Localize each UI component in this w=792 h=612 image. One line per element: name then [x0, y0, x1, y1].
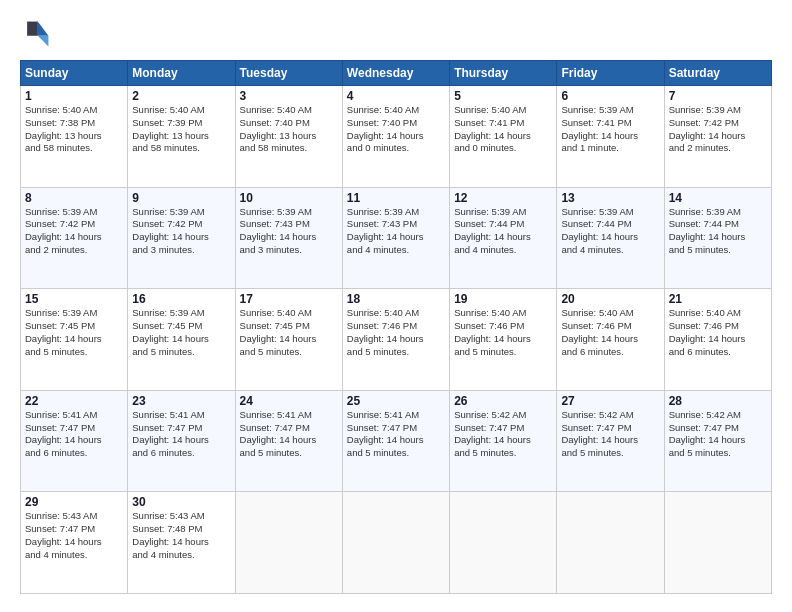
day-info: Sunrise: 5:40 AM Sunset: 7:40 PM Dayligh…	[347, 104, 445, 155]
calendar-cell	[342, 492, 449, 594]
day-info: Sunrise: 5:39 AM Sunset: 7:41 PM Dayligh…	[561, 104, 659, 155]
calendar-cell: 24Sunrise: 5:41 AM Sunset: 7:47 PM Dayli…	[235, 390, 342, 492]
calendar-cell: 2Sunrise: 5:40 AM Sunset: 7:39 PM Daylig…	[128, 86, 235, 188]
week-row: 8Sunrise: 5:39 AM Sunset: 7:42 PM Daylig…	[21, 187, 772, 289]
col-header-saturday: Saturday	[664, 61, 771, 86]
day-number: 20	[561, 292, 659, 306]
calendar-cell: 9Sunrise: 5:39 AM Sunset: 7:42 PM Daylig…	[128, 187, 235, 289]
day-info: Sunrise: 5:39 AM Sunset: 7:45 PM Dayligh…	[132, 307, 230, 358]
day-number: 21	[669, 292, 767, 306]
day-number: 7	[669, 89, 767, 103]
day-info: Sunrise: 5:40 AM Sunset: 7:39 PM Dayligh…	[132, 104, 230, 155]
calendar-cell: 12Sunrise: 5:39 AM Sunset: 7:44 PM Dayli…	[450, 187, 557, 289]
col-header-wednesday: Wednesday	[342, 61, 449, 86]
svg-marker-0	[38, 22, 49, 36]
day-info: Sunrise: 5:40 AM Sunset: 7:46 PM Dayligh…	[454, 307, 552, 358]
calendar-cell: 21Sunrise: 5:40 AM Sunset: 7:46 PM Dayli…	[664, 289, 771, 391]
day-number: 15	[25, 292, 123, 306]
day-info: Sunrise: 5:40 AM Sunset: 7:41 PM Dayligh…	[454, 104, 552, 155]
day-info: Sunrise: 5:43 AM Sunset: 7:47 PM Dayligh…	[25, 510, 123, 561]
day-number: 9	[132, 191, 230, 205]
logo-icon	[20, 18, 52, 50]
day-info: Sunrise: 5:39 AM Sunset: 7:42 PM Dayligh…	[25, 206, 123, 257]
day-info: Sunrise: 5:42 AM Sunset: 7:47 PM Dayligh…	[561, 409, 659, 460]
day-info: Sunrise: 5:39 AM Sunset: 7:44 PM Dayligh…	[454, 206, 552, 257]
day-info: Sunrise: 5:42 AM Sunset: 7:47 PM Dayligh…	[669, 409, 767, 460]
day-info: Sunrise: 5:43 AM Sunset: 7:48 PM Dayligh…	[132, 510, 230, 561]
calendar-cell: 3Sunrise: 5:40 AM Sunset: 7:40 PM Daylig…	[235, 86, 342, 188]
week-row: 29Sunrise: 5:43 AM Sunset: 7:47 PM Dayli…	[21, 492, 772, 594]
col-header-thursday: Thursday	[450, 61, 557, 86]
col-header-friday: Friday	[557, 61, 664, 86]
calendar-cell: 17Sunrise: 5:40 AM Sunset: 7:45 PM Dayli…	[235, 289, 342, 391]
day-info: Sunrise: 5:40 AM Sunset: 7:40 PM Dayligh…	[240, 104, 338, 155]
day-number: 14	[669, 191, 767, 205]
day-number: 22	[25, 394, 123, 408]
calendar-cell: 19Sunrise: 5:40 AM Sunset: 7:46 PM Dayli…	[450, 289, 557, 391]
day-number: 18	[347, 292, 445, 306]
day-number: 24	[240, 394, 338, 408]
day-info: Sunrise: 5:40 AM Sunset: 7:46 PM Dayligh…	[347, 307, 445, 358]
day-info: Sunrise: 5:41 AM Sunset: 7:47 PM Dayligh…	[347, 409, 445, 460]
header-row: SundayMondayTuesdayWednesdayThursdayFrid…	[21, 61, 772, 86]
calendar: SundayMondayTuesdayWednesdayThursdayFrid…	[20, 60, 772, 594]
day-number: 26	[454, 394, 552, 408]
calendar-cell: 7Sunrise: 5:39 AM Sunset: 7:42 PM Daylig…	[664, 86, 771, 188]
calendar-cell: 15Sunrise: 5:39 AM Sunset: 7:45 PM Dayli…	[21, 289, 128, 391]
day-info: Sunrise: 5:42 AM Sunset: 7:47 PM Dayligh…	[454, 409, 552, 460]
calendar-cell: 13Sunrise: 5:39 AM Sunset: 7:44 PM Dayli…	[557, 187, 664, 289]
calendar-cell: 10Sunrise: 5:39 AM Sunset: 7:43 PM Dayli…	[235, 187, 342, 289]
day-info: Sunrise: 5:40 AM Sunset: 7:45 PM Dayligh…	[240, 307, 338, 358]
calendar-cell: 14Sunrise: 5:39 AM Sunset: 7:44 PM Dayli…	[664, 187, 771, 289]
day-number: 10	[240, 191, 338, 205]
day-number: 17	[240, 292, 338, 306]
col-header-tuesday: Tuesday	[235, 61, 342, 86]
day-number: 5	[454, 89, 552, 103]
day-info: Sunrise: 5:41 AM Sunset: 7:47 PM Dayligh…	[240, 409, 338, 460]
calendar-cell: 20Sunrise: 5:40 AM Sunset: 7:46 PM Dayli…	[557, 289, 664, 391]
svg-marker-1	[38, 36, 49, 47]
calendar-cell: 29Sunrise: 5:43 AM Sunset: 7:47 PM Dayli…	[21, 492, 128, 594]
calendar-cell: 22Sunrise: 5:41 AM Sunset: 7:47 PM Dayli…	[21, 390, 128, 492]
day-number: 23	[132, 394, 230, 408]
calendar-cell: 1Sunrise: 5:40 AM Sunset: 7:38 PM Daylig…	[21, 86, 128, 188]
calendar-cell: 8Sunrise: 5:39 AM Sunset: 7:42 PM Daylig…	[21, 187, 128, 289]
calendar-cell	[450, 492, 557, 594]
day-number: 2	[132, 89, 230, 103]
day-number: 19	[454, 292, 552, 306]
calendar-cell: 6Sunrise: 5:39 AM Sunset: 7:41 PM Daylig…	[557, 86, 664, 188]
week-row: 1Sunrise: 5:40 AM Sunset: 7:38 PM Daylig…	[21, 86, 772, 188]
day-number: 30	[132, 495, 230, 509]
calendar-cell: 11Sunrise: 5:39 AM Sunset: 7:43 PM Dayli…	[342, 187, 449, 289]
calendar-cell: 5Sunrise: 5:40 AM Sunset: 7:41 PM Daylig…	[450, 86, 557, 188]
calendar-cell: 28Sunrise: 5:42 AM Sunset: 7:47 PM Dayli…	[664, 390, 771, 492]
day-info: Sunrise: 5:39 AM Sunset: 7:45 PM Dayligh…	[25, 307, 123, 358]
day-number: 27	[561, 394, 659, 408]
svg-marker-2	[27, 22, 38, 36]
calendar-cell: 23Sunrise: 5:41 AM Sunset: 7:47 PM Dayli…	[128, 390, 235, 492]
calendar-cell	[557, 492, 664, 594]
calendar-cell: 4Sunrise: 5:40 AM Sunset: 7:40 PM Daylig…	[342, 86, 449, 188]
day-number: 3	[240, 89, 338, 103]
week-row: 15Sunrise: 5:39 AM Sunset: 7:45 PM Dayli…	[21, 289, 772, 391]
calendar-cell	[235, 492, 342, 594]
day-info: Sunrise: 5:41 AM Sunset: 7:47 PM Dayligh…	[25, 409, 123, 460]
day-number: 28	[669, 394, 767, 408]
day-number: 13	[561, 191, 659, 205]
day-number: 16	[132, 292, 230, 306]
col-header-monday: Monday	[128, 61, 235, 86]
day-info: Sunrise: 5:40 AM Sunset: 7:46 PM Dayligh…	[561, 307, 659, 358]
day-number: 29	[25, 495, 123, 509]
header	[20, 18, 772, 50]
calendar-cell: 16Sunrise: 5:39 AM Sunset: 7:45 PM Dayli…	[128, 289, 235, 391]
calendar-cell: 30Sunrise: 5:43 AM Sunset: 7:48 PM Dayli…	[128, 492, 235, 594]
day-number: 4	[347, 89, 445, 103]
week-row: 22Sunrise: 5:41 AM Sunset: 7:47 PM Dayli…	[21, 390, 772, 492]
day-number: 11	[347, 191, 445, 205]
page: SundayMondayTuesdayWednesdayThursdayFrid…	[0, 0, 792, 612]
day-info: Sunrise: 5:39 AM Sunset: 7:43 PM Dayligh…	[240, 206, 338, 257]
calendar-cell: 26Sunrise: 5:42 AM Sunset: 7:47 PM Dayli…	[450, 390, 557, 492]
day-number: 6	[561, 89, 659, 103]
day-info: Sunrise: 5:39 AM Sunset: 7:43 PM Dayligh…	[347, 206, 445, 257]
day-number: 12	[454, 191, 552, 205]
